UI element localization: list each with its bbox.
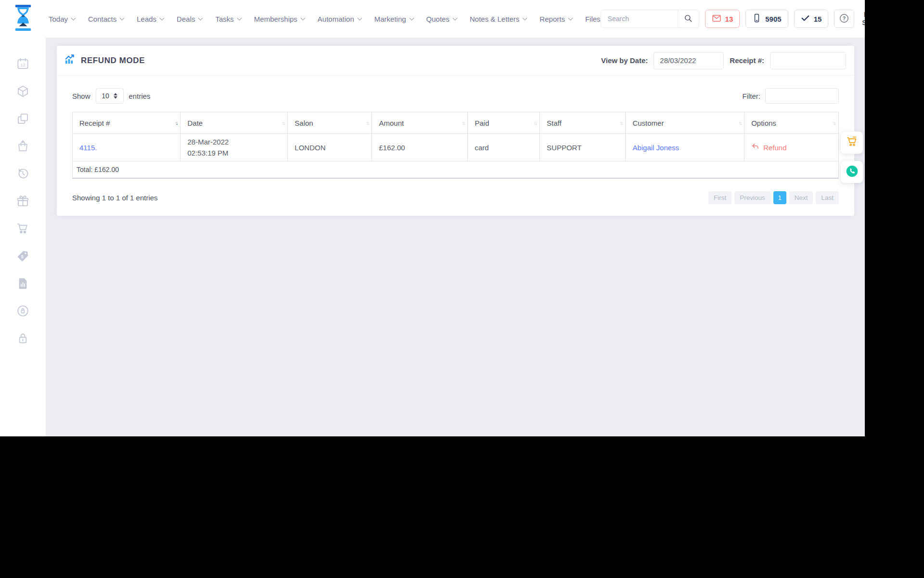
history-icon	[16, 167, 29, 182]
main-nav: TodayContactsLeadsDealsTasksMembershipsA…	[49, 15, 601, 23]
user-menu[interactable]: LONDON SUPPORT	[862, 8, 865, 29]
lock-icon	[16, 332, 29, 347]
page-length-value: 10	[102, 92, 109, 100]
view-by-date-label: View by Date:	[601, 56, 648, 65]
whatsapp-icon	[846, 165, 859, 180]
pagination: FirstPrevious1NextLast	[708, 191, 839, 204]
pagination-previous[interactable]: Previous	[734, 191, 770, 204]
calls-count: 5905	[765, 15, 781, 23]
header-controls: View by Date: Receipt #:	[601, 52, 844, 69]
tasks-count: 15	[814, 15, 822, 23]
nav-item-label: Notes & Letters	[470, 15, 519, 23]
svg-text:12: 12	[20, 63, 25, 67]
nav-item-quotes[interactable]: Quotes	[426, 15, 457, 23]
envelope-icon	[712, 13, 721, 25]
sidebar-item-gift[interactable]	[16, 195, 30, 209]
salon-cell: LONDON	[288, 134, 372, 161]
nav-item-label: Deals	[177, 15, 195, 23]
receipt-number-label: Receipt #:	[730, 56, 764, 65]
sidebar-item-report[interactable]	[16, 277, 30, 291]
pagination-last[interactable]: Last	[816, 191, 839, 204]
cart-fab[interactable]	[841, 131, 863, 154]
filter-label: Filter:	[743, 92, 761, 100]
receipt-link[interactable]: 4115.	[79, 144, 97, 152]
sidebar-item-bag-receive[interactable]	[16, 140, 30, 154]
chevron-down-icon	[568, 15, 573, 20]
column-header-customer[interactable]: Customer↑↓	[626, 112, 744, 134]
question-mark-icon: ?	[839, 13, 849, 25]
pagination-next[interactable]: Next	[789, 191, 813, 204]
nav-item-automation[interactable]: Automation	[318, 15, 361, 23]
calls-badge[interactable]: 5905	[745, 10, 788, 28]
sidebar-item-calendar[interactable]: 12	[16, 58, 30, 72]
nav-item-leads[interactable]: Leads	[137, 15, 164, 23]
column-header-amount[interactable]: Amount↑↓	[372, 112, 468, 134]
nav-item-memberships[interactable]: Memberships	[254, 15, 305, 23]
column-label: Receipt #	[79, 119, 110, 127]
date-cell: 28-Mar-202202:53:19 PM	[180, 134, 288, 161]
receipt-number-input[interactable]	[770, 52, 846, 69]
filter-input[interactable]	[765, 88, 839, 104]
customer-cell: Abigail Joness	[626, 134, 744, 161]
calendar-icon: 12	[16, 57, 29, 72]
sort-arrows-icon: ↑↓	[833, 120, 835, 126]
messages-badge[interactable]: 13	[705, 10, 740, 28]
messages-count: 13	[725, 15, 733, 23]
bag-receive-icon	[16, 140, 29, 155]
main-content: REFUND MODE View by Date: Receipt #: Sho…	[46, 38, 865, 436]
help-button[interactable]: ?	[834, 10, 854, 28]
sidebar-item-cart[interactable]	[16, 223, 30, 236]
search-button[interactable]	[678, 10, 699, 27]
column-header-salon[interactable]: Salon↑↓	[288, 112, 372, 134]
sort-arrows-icon: ↑↓	[534, 120, 536, 126]
refund-button[interactable]: Refund	[751, 143, 786, 152]
table-controls: Show 10 entries Filter:	[72, 88, 839, 104]
card-header: REFUND MODE View by Date: Receipt #:	[57, 46, 854, 76]
table-total-row: Total: £162.00	[73, 161, 839, 178]
left-sidebar: 12$	[0, 38, 46, 436]
sidebar-item-account-security[interactable]	[16, 305, 30, 319]
app-logo[interactable]	[0, 4, 46, 33]
column-header-receipt[interactable]: Receipt #↑↓	[73, 112, 180, 134]
sort-arrows-icon: ↑↓	[282, 120, 284, 126]
sidebar-item-lock[interactable]	[16, 332, 30, 346]
sort-arrows-icon: ↑↓	[619, 120, 622, 126]
tasks-badge[interactable]: 15	[794, 10, 829, 28]
amount-cell: £162.00	[372, 134, 468, 161]
app-window: TodayContactsLeadsDealsTasksMembershipsA…	[0, 0, 865, 436]
nav-item-deals[interactable]: Deals	[177, 15, 202, 23]
column-header-staff[interactable]: Staff↑↓	[540, 112, 626, 134]
sidebar-item-price-tag[interactable]: $	[16, 250, 30, 264]
search-input[interactable]	[601, 10, 678, 27]
view-by-date-input[interactable]	[654, 52, 724, 69]
salon-cell-text: LONDON	[295, 144, 325, 152]
nav-item-label: Tasks	[215, 15, 233, 23]
column-header-options[interactable]: Options↑↓	[744, 112, 839, 134]
customer-link[interactable]: Abigail Joness	[632, 144, 679, 152]
page-length-select[interactable]: 10	[96, 88, 124, 104]
nav-item-tasks[interactable]: Tasks	[215, 15, 241, 23]
nav-item-notes-letters[interactable]: Notes & Letters	[470, 15, 526, 23]
chevron-down-icon	[120, 15, 125, 20]
column-header-date[interactable]: Date↑↓	[180, 112, 288, 134]
staff-cell: SUPPORT	[540, 134, 626, 161]
nav-item-marketing[interactable]: Marketing	[374, 15, 413, 23]
total-cell: Total: £162.00	[73, 161, 839, 178]
pagination-first[interactable]: First	[708, 191, 732, 204]
nav-item-files[interactable]: Files	[585, 15, 601, 23]
nav-item-contacts[interactable]: Contacts	[88, 15, 124, 23]
refunds-table: Receipt #↑↓Date↑↓Salon↑↓Amount↑↓Paid↑↓St…	[72, 112, 839, 179]
page-title: REFUND MODE	[81, 56, 145, 66]
sidebar-item-history[interactable]	[16, 168, 30, 182]
sidebar-item-copy[interactable]	[16, 113, 30, 127]
table-header-row: Receipt #↑↓Date↑↓Salon↑↓Amount↑↓Paid↑↓St…	[73, 112, 839, 134]
paid-cell-text: card	[475, 144, 488, 152]
nav-item-today[interactable]: Today	[49, 15, 75, 23]
nav-item-reports[interactable]: Reports	[539, 15, 572, 23]
column-header-paid[interactable]: Paid↑↓	[468, 112, 540, 134]
sidebar-item-package[interactable]	[16, 85, 30, 99]
pagination-1[interactable]: 1	[773, 191, 786, 204]
nav-item-label: Files	[585, 15, 601, 23]
chevron-down-icon	[523, 15, 527, 20]
whatsapp-fab[interactable]	[841, 161, 863, 183]
